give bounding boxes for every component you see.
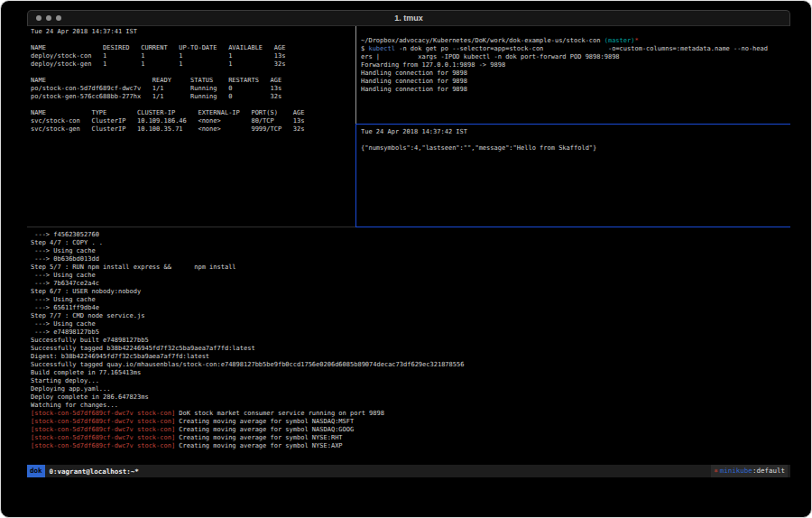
terminal-line: ---> f45623052760: [31, 231, 789, 239]
terminal-line: Step 5/7 : RUN npm install express && np…: [31, 264, 789, 272]
terminal-line: Digest: b38b42246945fd7f32c5ba9aea7af7fd…: [31, 353, 789, 361]
kube-context-name: minikube: [720, 465, 752, 477]
pane-port-forward[interactable]: ~/Dropbox/advocacy/Kubernetes/DoK/work/d…: [361, 37, 789, 122]
pane-border-vertical-active[interactable]: [355, 124, 356, 227]
terminal-line: ---> 65611ff9db4e: [31, 304, 789, 312]
window-info[interactable]: 0:vagrant@localhost:~*: [50, 467, 139, 476]
pane-kubectl-resources[interactable]: Tue 24 Apr 2018 14:37:41 IST NAME DESIRE…: [31, 28, 354, 225]
terminal-line: $ kubectl -n dok get po --selector=app=s…: [361, 45, 789, 53]
terminal-line: ~/Dropbox/advocacy/Kubernetes/DoK/work/d…: [361, 37, 789, 45]
kubernetes-helm-icon: ⎈: [714, 465, 718, 477]
terminal-line: Watching for changes...: [31, 402, 789, 410]
terminal-line: Successfully built e74898127bb5: [31, 337, 789, 345]
terminal-line: ---> e74898127bb5: [31, 328, 789, 337]
terminal-line: po/stock-gen-576cc688bb-277hx 1/1 Runnin…: [31, 93, 354, 101]
terminal-line: Step 6/7 : USER nobody:nobody: [31, 288, 789, 296]
terminal-window: 1. tmux Tue 24 Apr 2018 14:37:41 IST NAM…: [0, 0, 812, 518]
terminal-line: ---> Using cache: [31, 320, 789, 328]
terminal-line: ---> 0b636bd013dd: [31, 255, 789, 264]
terminal-line: ---> Using cache: [31, 296, 789, 304]
zoom-button-icon[interactable]: [56, 15, 61, 21]
terminal-line: po/stock-con-5d7df689cf-dwc7v 1/1 Runnin…: [31, 85, 354, 93]
pane-border-horizontal-active-bottom[interactable]: [355, 227, 790, 227]
terminal-line: [stock-con-5d7df689cf-dwc7v stock-con] C…: [31, 434, 789, 442]
terminal-line: Starting deploy...: [31, 377, 789, 385]
terminal-line: Handling connection for 9898: [361, 78, 789, 86]
terminal-line: [stock-con-5d7df689cf-dwc7v stock-con] C…: [31, 442, 789, 450]
pane-build-log[interactable]: ---> f45623052760Step 4/7 : COPY . . ---…: [31, 231, 789, 461]
terminal-line: [31, 69, 354, 77]
terminal-line: svc/stock-gen ClusterIP 10.100.35.71 <no…: [31, 125, 354, 134]
terminal-line: Handling connection for 9898: [361, 86, 789, 94]
traffic-lights: [36, 15, 61, 21]
terminal-line: ---> Using cache: [31, 272, 789, 280]
terminal-line: NAME READY STATUS RESTARTS AGE: [31, 77, 354, 85]
title-bar[interactable]: 1. tmux: [27, 10, 790, 26]
pane-border-horizontal-inactive[interactable]: [27, 227, 355, 227]
terminal-line: [stock-con-5d7df689cf-dwc7v stock-con] C…: [31, 418, 789, 426]
minimize-button-icon[interactable]: [46, 15, 51, 21]
terminal-line: [361, 136, 789, 144]
terminal-line: Successfully tagged quay.io/mhausenblas/…: [31, 361, 789, 369]
terminal-line: ers | xargs -IPOD kubectl -n dok port-fo…: [361, 53, 789, 61]
terminal-line: Deploying app.yaml...: [31, 385, 789, 393]
terminal-line: [31, 36, 354, 44]
terminal-line: Step 4/7 : COPY . .: [31, 239, 789, 247]
terminal-line: NAME TYPE CLUSTER-IP EXTERNAL-IP PORT(S)…: [31, 109, 354, 117]
terminal-line: Handling connection for 9898: [361, 69, 789, 78]
terminal-line: ---> Using cache: [31, 247, 789, 255]
kube-namespace: :default: [752, 465, 785, 477]
terminal-line: {"numsymbols":4,"lastseen":"","message":…: [361, 144, 789, 153]
terminal-line: deploy/stock-gen 1 1 1 1 32s: [31, 60, 354, 69]
terminal-line: svc/stock-con ClusterIP 10.109.186.46 <n…: [31, 117, 354, 125]
terminal-line: Deploy complete in 286.647823ms: [31, 393, 789, 402]
terminal-line: NAME DESIRED CURRENT UP-TO-DATE AVAILABL…: [31, 44, 354, 52]
status-bar: dok 0:vagrant@localhost:~* ⎈ minikube :d…: [27, 465, 790, 477]
pane-border-vertical-inactive[interactable]: [355, 26, 356, 124]
terminal-line: [stock-con-5d7df689cf-dwc7v stock-con] D…: [31, 410, 789, 418]
session-badge[interactable]: dok: [27, 465, 45, 477]
terminal-line: [31, 101, 354, 109]
terminal-line: deploy/stock-con 1 1 1 1 13s: [31, 52, 354, 60]
terminal-line: Successfully tagged b38b42246945fd7f32c5…: [31, 345, 789, 353]
terminal-line: [stock-con-5d7df689cf-dwc7v stock-con] C…: [31, 426, 789, 434]
terminal-line: Forwarding from 127.0.0.1:9898 -> 9898: [361, 61, 789, 69]
pane-border-horizontal-active-top[interactable]: [355, 124, 790, 125]
terminal-line: ---> 7b6347ce2a4c: [31, 280, 789, 288]
window-title: 1. tmux: [28, 14, 789, 23]
pane-json-response[interactable]: Tue 24 Apr 2018 14:37:42 IST {"numsymbol…: [361, 128, 789, 225]
terminal-line: Step 7/7 : CMD node service.js: [31, 312, 789, 320]
terminal-line: Build complete in 77.165413ms: [31, 369, 789, 377]
terminal-line: Tue 24 Apr 2018 14:37:42 IST: [361, 128, 789, 136]
terminal-line: Tue 24 Apr 2018 14:37:41 IST: [31, 28, 354, 36]
close-button-icon[interactable]: [36, 15, 42, 21]
kube-context-indicator: ⎈ minikube :default: [711, 465, 788, 477]
